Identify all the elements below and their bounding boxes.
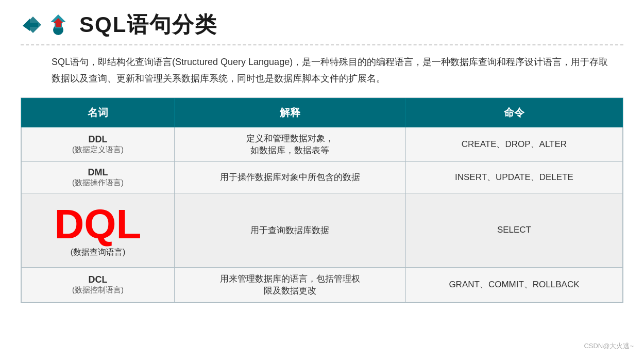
header-icon bbox=[21, 12, 71, 38]
table-body: DDL (数据定义语言) 定义和管理数据对象，如数据库，数据表等 CREATE、… bbox=[22, 127, 623, 302]
sql-table: 名词 解释 命令 DDL (数据定义语言) 定义和管理数据对象，如数据库，数据表… bbox=[21, 98, 623, 302]
col-header-desc: 解释 bbox=[175, 98, 406, 127]
dql-sub-label: (数据查询语言) bbox=[30, 247, 166, 258]
desc-cell-dml: 用于操作数据库对象中所包含的数据 bbox=[175, 161, 406, 193]
table-row: DML (数据操作语言) 用于操作数据库对象中所包含的数据 INSERT、UPD… bbox=[22, 161, 623, 193]
col-header-term: 名词 bbox=[22, 98, 175, 127]
term-sub-dcl: (数据控制语言) bbox=[30, 285, 166, 295]
page-title: SQL语句分类 bbox=[79, 10, 217, 39]
term-cell-dql: DQL (数据查询语言) bbox=[22, 193, 175, 267]
table-row-dql: DQL (数据查询语言) 用于查询数据库数据 SELECT bbox=[22, 193, 623, 267]
term-main-ddl: DDL bbox=[30, 134, 166, 145]
term-main-dml: DML bbox=[30, 167, 166, 178]
header-row: 名词 解释 命令 bbox=[22, 98, 623, 127]
table-row: DDL (数据定义语言) 定义和管理数据对象，如数据库，数据表等 CREATE、… bbox=[22, 127, 623, 161]
description: SQL语句，即结构化查询语言(Structured Query Language… bbox=[21, 54, 623, 87]
cmd-cell-dql: SELECT bbox=[405, 193, 622, 267]
term-sub-ddl: (数据定义语言) bbox=[30, 145, 166, 155]
title-icon bbox=[45, 12, 71, 38]
page-container: SQL语句分类 SQL语句，即结构化查询语言(Structured Query … bbox=[0, 0, 644, 359]
divider bbox=[21, 44, 623, 45]
term-cell-dml: DML (数据操作语言) bbox=[22, 161, 175, 193]
term-cell-dcl: DCL (数据控制语言) bbox=[22, 267, 175, 302]
col-header-cmd: 命令 bbox=[405, 98, 622, 127]
dql-highlight-text: DQL bbox=[30, 199, 166, 245]
table-header: 名词 解释 命令 bbox=[22, 98, 623, 127]
cmd-cell-dml: INSERT、UPDATE、DELETE bbox=[405, 161, 622, 193]
term-cell-ddl: DDL (数据定义语言) bbox=[22, 127, 175, 161]
sql-table-container: 名词 解释 命令 DDL (数据定义语言) 定义和管理数据对象，如数据库，数据表… bbox=[21, 97, 623, 303]
desc-cell-dcl: 用来管理数据库的语言，包括管理权限及数据更改 bbox=[175, 267, 406, 302]
desc-cell-dql: 用于查询数据库数据 bbox=[175, 193, 406, 267]
cmd-cell-dcl: GRANT、COMMIT、ROLLBACK bbox=[405, 267, 622, 302]
cmd-cell-ddl: CREATE、DROP、ALTER bbox=[405, 127, 622, 161]
desc-cell-ddl: 定义和管理数据对象，如数据库，数据表等 bbox=[175, 127, 406, 161]
header-section: SQL语句分类 bbox=[21, 10, 623, 39]
arrow-icon bbox=[21, 12, 45, 37]
watermark: CSDN@大火逃~ bbox=[584, 341, 634, 351]
term-sub-dml: (数据操作语言) bbox=[30, 178, 166, 188]
table-row: DCL (数据控制语言) 用来管理数据库的语言，包括管理权限及数据更改 GRAN… bbox=[22, 267, 623, 302]
term-main-dcl: DCL bbox=[30, 274, 166, 285]
